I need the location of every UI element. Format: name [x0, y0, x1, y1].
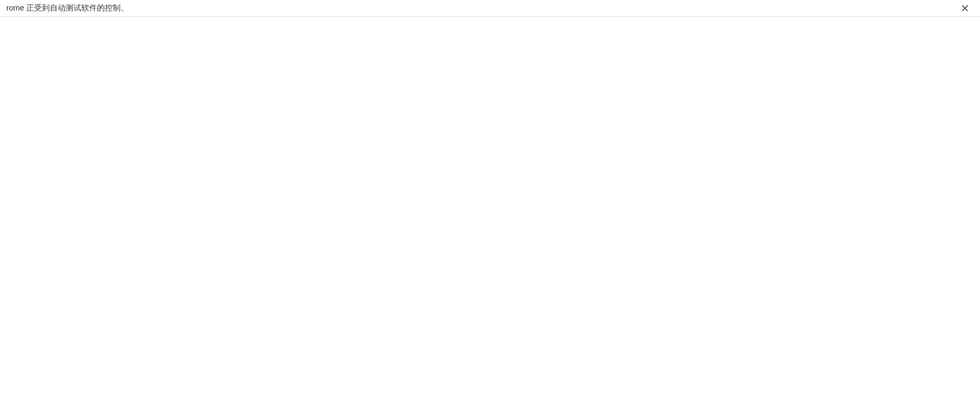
automation-banner: rome 正受到自动测试软件的控制。 ✕: [0, 0, 980, 17]
automation-message: rome 正受到自动测试软件的控制。: [6, 3, 128, 12]
close-icon[interactable]: ✕: [961, 3, 970, 14]
